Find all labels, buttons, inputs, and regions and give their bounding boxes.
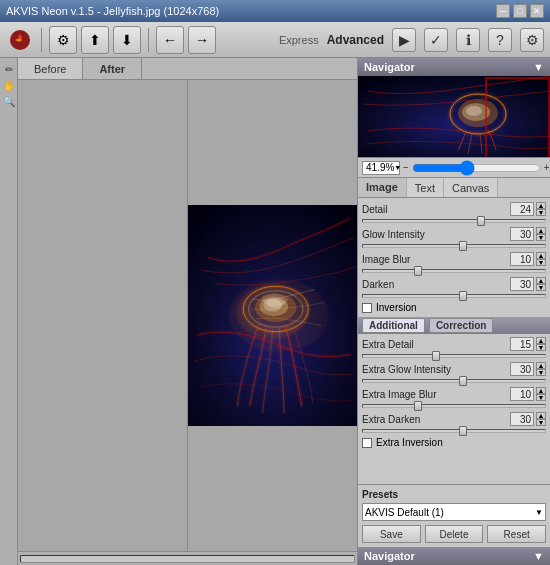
image-blur-slider-track[interactable] xyxy=(362,269,546,273)
extra-glow-value[interactable]: 30 xyxy=(510,362,534,376)
extra-blur-slider-track[interactable] xyxy=(362,404,546,408)
inversion-row: Inversion xyxy=(362,302,546,313)
navigator-bottom-icon[interactable]: ▼ xyxy=(533,550,544,562)
maximize-button[interactable]: □ xyxy=(513,4,527,18)
extra-darken-down[interactable]: ▼ xyxy=(536,419,546,426)
detail-up[interactable]: ▲ xyxy=(536,202,546,209)
image-blur-arrows: ▲ ▼ xyxy=(536,252,546,266)
presets-dropdown[interactable]: AKVIS Default (1) ▼ xyxy=(362,503,546,521)
toolbar-upload-btn[interactable]: ⬆ xyxy=(81,26,109,54)
presets-label: Presets xyxy=(362,489,546,500)
zoom-slider[interactable] xyxy=(412,164,541,172)
presets-dropdown-icon[interactable]: ▼ xyxy=(535,508,543,517)
advanced-mode-label[interactable]: Advanced xyxy=(327,33,384,47)
extra-blur-value[interactable]: 10 xyxy=(510,387,534,401)
extra-blur-arrows: ▲ ▼ xyxy=(536,387,546,401)
tab-image[interactable]: Image xyxy=(358,178,407,197)
help-btn[interactable]: ? xyxy=(488,28,512,52)
toolbar-download-btn[interactable]: ⬇ xyxy=(113,26,141,54)
extra-inversion-checkbox[interactable] xyxy=(362,438,372,448)
apply-btn[interactable]: ✓ xyxy=(424,28,448,52)
toolbar-separator-1 xyxy=(41,28,42,52)
extra-detail-slider-track[interactable] xyxy=(362,354,546,358)
after-tab[interactable]: After xyxy=(83,58,142,79)
before-canvas xyxy=(18,80,187,551)
express-mode-label[interactable]: Express xyxy=(279,34,319,46)
extra-detail-down[interactable]: ▼ xyxy=(536,344,546,351)
extra-blur-down[interactable]: ▼ xyxy=(536,394,546,401)
tab-text[interactable]: Text xyxy=(407,178,444,197)
zoom-out-btn[interactable]: − xyxy=(403,162,409,173)
zoom-tool[interactable]: 🔍 xyxy=(2,94,16,108)
navigator-collapse-icon[interactable]: ▼ xyxy=(533,61,544,73)
info-btn[interactable]: ℹ xyxy=(456,28,480,52)
image-blur-slider-thumb[interactable] xyxy=(414,266,422,276)
extra-glow-slider-thumb[interactable] xyxy=(459,376,467,386)
params-area: Detail 24 ▲ ▼ Glow Intensity 30 ▲ ▼ xyxy=(358,198,550,484)
additional-tab[interactable]: Additional xyxy=(362,318,425,333)
extra-blur-up[interactable]: ▲ xyxy=(536,387,546,394)
extra-detail-up[interactable]: ▲ xyxy=(536,337,546,344)
image-blur-up[interactable]: ▲ xyxy=(536,252,546,259)
extra-blur-slider-thumb[interactable] xyxy=(414,401,422,411)
hand-tool[interactable]: ✋ xyxy=(2,78,16,92)
glow-intensity-value[interactable]: 30 xyxy=(510,227,534,241)
zoom-display[interactable]: 41.9% ▼ xyxy=(362,161,400,175)
zoom-value: 41.9% xyxy=(366,162,394,173)
extra-glow-down[interactable]: ▼ xyxy=(536,369,546,376)
close-button[interactable]: ✕ xyxy=(530,4,544,18)
extra-darken-slider-thumb[interactable] xyxy=(459,426,467,436)
navigator-preview[interactable] xyxy=(358,76,550,158)
run-btn[interactable]: ▶ xyxy=(392,28,416,52)
presets-reset-btn[interactable]: Reset xyxy=(487,525,546,543)
tab-canvas[interactable]: Canvas xyxy=(444,178,498,197)
darken-slider-track[interactable] xyxy=(362,294,546,298)
correction-tab[interactable]: Correction xyxy=(429,318,494,333)
before-tab[interactable]: Before xyxy=(18,58,83,79)
glow-intensity-slider-thumb[interactable] xyxy=(459,241,467,251)
presets-delete-btn[interactable]: Delete xyxy=(425,525,484,543)
image-blur-slider-row xyxy=(362,269,546,273)
minimize-button[interactable]: ─ xyxy=(496,4,510,18)
inversion-checkbox[interactable] xyxy=(362,303,372,313)
toolbar-fwd-btn[interactable]: → xyxy=(188,26,216,54)
darken-up[interactable]: ▲ xyxy=(536,277,546,284)
canvas-area: Before After xyxy=(18,58,357,565)
extra-detail-arrows: ▲ ▼ xyxy=(536,337,546,351)
inversion-label: Inversion xyxy=(376,302,417,313)
pen-tool[interactable]: ✏ xyxy=(2,62,16,76)
glow-intensity-slider-track[interactable] xyxy=(362,244,546,248)
darken-value[interactable]: 30 xyxy=(510,277,534,291)
navigator-title: Navigator xyxy=(364,61,415,73)
image-blur-down[interactable]: ▼ xyxy=(536,259,546,266)
zoom-dropdown-icon[interactable]: ▼ xyxy=(394,164,401,171)
navigator-header: Navigator ▼ xyxy=(358,58,550,76)
extra-glow-slider-track[interactable] xyxy=(362,379,546,383)
toolbar-settings-btn[interactable]: ⚙ xyxy=(49,26,77,54)
detail-value[interactable]: 24 xyxy=(510,202,534,216)
extra-darken-value[interactable]: 30 xyxy=(510,412,534,426)
darken-down[interactable]: ▼ xyxy=(536,284,546,291)
canvas-scrollbar[interactable] xyxy=(18,551,357,565)
canvas-panels xyxy=(18,80,357,551)
extra-detail-slider-thumb[interactable] xyxy=(432,351,440,361)
navigator-bottom-label: Navigator xyxy=(364,550,415,562)
detail-down[interactable]: ▼ xyxy=(536,209,546,216)
right-panel: Navigator ▼ xyxy=(357,58,550,565)
extra-glow-arrows: ▲ ▼ xyxy=(536,362,546,376)
toolbar-back-btn[interactable]: ← xyxy=(156,26,184,54)
detail-slider-thumb[interactable] xyxy=(477,216,485,226)
image-blur-value[interactable]: 10 xyxy=(510,252,534,266)
scroll-track[interactable] xyxy=(20,555,355,563)
detail-slider-track[interactable] xyxy=(362,219,546,223)
presets-save-btn[interactable]: Save xyxy=(362,525,421,543)
darken-slider-thumb[interactable] xyxy=(459,291,467,301)
glow-intensity-up[interactable]: ▲ xyxy=(536,227,546,234)
extra-glow-up[interactable]: ▲ xyxy=(536,362,546,369)
zoom-in-btn[interactable]: + xyxy=(544,162,550,173)
extra-darken-up[interactable]: ▲ xyxy=(536,412,546,419)
extra-darken-slider-track[interactable] xyxy=(362,429,546,433)
glow-intensity-down[interactable]: ▼ xyxy=(536,234,546,241)
extra-detail-value[interactable]: 15 xyxy=(510,337,534,351)
prefs-btn[interactable]: ⚙ xyxy=(520,28,544,52)
